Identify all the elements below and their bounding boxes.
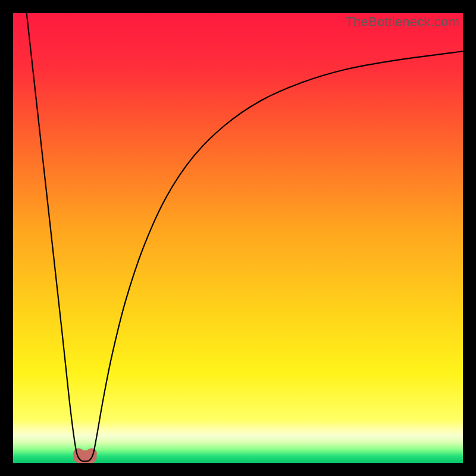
chart-frame: TheBottleneck.com bbox=[13, 13, 463, 463]
gradient-background bbox=[13, 13, 463, 463]
watermark-text: TheBottleneck.com bbox=[345, 14, 459, 30]
bottleneck-chart bbox=[13, 13, 463, 463]
